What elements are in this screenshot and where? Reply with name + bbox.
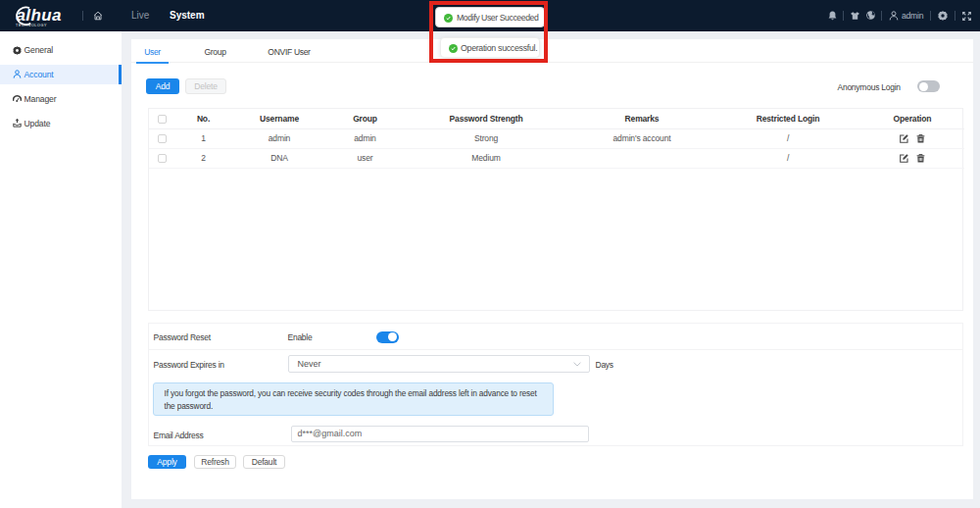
svg-text:TECHNOLOGY: TECHNOLOGY <box>16 24 47 27</box>
